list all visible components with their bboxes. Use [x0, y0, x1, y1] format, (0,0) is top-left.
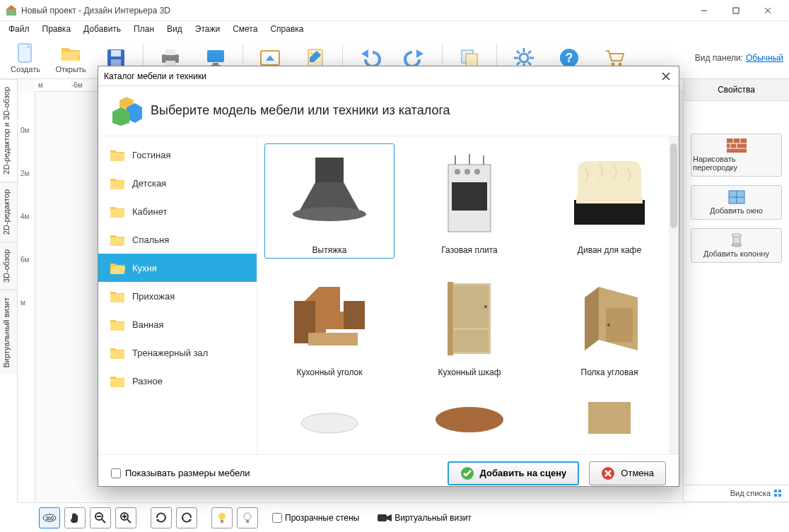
cancel-button[interactable]: Отмена: [589, 461, 666, 485]
bulb-on-icon: [216, 512, 228, 524]
menu-edit[interactable]: Правка: [37, 23, 77, 35]
category-прихожая[interactable]: Прихожая: [98, 282, 257, 310]
menu-add[interactable]: Добавить: [78, 23, 127, 35]
ruler-tick: м: [38, 81, 43, 89]
virtual-visit-button[interactable]: Виртуальный визит: [378, 513, 472, 523]
menu-estimate[interactable]: Смета: [227, 23, 263, 35]
pan-button[interactable]: [64, 507, 86, 528]
maximize-button[interactable]: [720, 0, 752, 21]
vtab-3d[interactable]: 3D-обзор: [0, 242, 17, 290]
svg-rect-9: [111, 50, 121, 57]
panel-mode-link[interactable]: Обычный: [746, 53, 783, 63]
catalog-item[interactable]: [264, 388, 394, 437]
transparent-walls-label: Прозрачные стены: [285, 513, 359, 523]
show-sizes-checkbox[interactable]: Показывать размеры мебели: [111, 468, 250, 478]
light-on-button[interactable]: [211, 507, 233, 528]
svg-line-34: [528, 51, 531, 54]
bulb-off-icon: [241, 512, 254, 524]
rotate-ccw-button[interactable]: [176, 507, 197, 528]
tool-open-label: Открыть: [55, 65, 86, 73]
category-label: Кухня: [132, 263, 157, 273]
panel-tab-properties[interactable]: Свойства: [684, 79, 789, 101]
svg-rect-71: [378, 514, 387, 521]
svg-point-51: [732, 244, 742, 247]
dialog-close-button[interactable]: [659, 69, 673, 83]
menu-view[interactable]: Вид: [161, 23, 188, 35]
item-label: Газовая плита: [441, 245, 497, 255]
rotate-360-icon: 360: [42, 512, 57, 524]
item-label: Кухонный шкаф: [438, 367, 501, 377]
catalog-item[interactable]: [404, 388, 534, 437]
menu-help[interactable]: Справка: [264, 23, 309, 35]
catalog-item[interactable]: Кухонный шкаф: [404, 266, 534, 381]
svg-point-50: [732, 234, 742, 237]
catalog-item[interactable]: Вытяжка: [264, 143, 394, 259]
category-спальня[interactable]: Спальня: [98, 225, 257, 254]
svg-point-26: [520, 54, 528, 62]
show-sizes-input[interactable]: [111, 468, 121, 478]
svg-text:?: ?: [566, 51, 573, 65]
dialog-footer: Показывать размеры мебели Добавить на сц…: [98, 454, 679, 491]
item-thumbnail: [276, 147, 382, 242]
app-icon: [6, 5, 17, 16]
zoom-in-icon: [119, 512, 132, 524]
vtab-2d3d[interactable]: 2D-редактор и 3D-обзор: [0, 79, 17, 182]
svg-line-59: [102, 519, 105, 523]
transparent-walls-input[interactable]: [272, 513, 282, 523]
close-button[interactable]: [752, 0, 783, 21]
category-кабинет[interactable]: Кабинет: [98, 197, 257, 225]
svg-rect-93: [308, 333, 358, 345]
category-тренажерный зал[interactable]: Тренажерный зал: [98, 338, 257, 367]
catalog-item[interactable]: Полка угловая: [544, 266, 674, 381]
menu-plan[interactable]: План: [128, 23, 160, 35]
light-off-button[interactable]: [237, 507, 258, 528]
vtab-2d[interactable]: 2D-редактор: [0, 182, 17, 242]
tool-open[interactable]: Открыть: [51, 42, 90, 73]
ruler-tick: -6м: [71, 81, 83, 89]
svg-marker-22: [361, 49, 368, 58]
svg-rect-78: [315, 158, 344, 182]
folder-open-icon: [59, 42, 82, 64]
svg-marker-72: [387, 514, 392, 521]
list-view-header[interactable]: Вид списка: [684, 485, 789, 502]
category-label: Разное: [132, 376, 163, 386]
svg-point-97: [484, 305, 487, 308]
catalog-item[interactable]: [544, 388, 674, 437]
svg-point-83: [455, 169, 460, 175]
zoom-in-button[interactable]: [115, 507, 136, 528]
scrollbar-thumb[interactable]: [670, 143, 677, 228]
minimize-button[interactable]: [688, 0, 720, 21]
list-view-label: Вид списка: [730, 489, 771, 497]
add-window-button[interactable]: Добавить окно: [691, 185, 782, 220]
svg-rect-10: [111, 59, 121, 66]
list-view-icon: [773, 488, 783, 498]
draw-partition-label: Нарисовать перегородку: [693, 155, 780, 172]
catalog-item[interactable]: Диван для кафе: [544, 143, 674, 259]
category-разное[interactable]: Разное: [98, 367, 257, 395]
tool-create[interactable]: Создать: [6, 42, 45, 73]
menu-file[interactable]: Файл: [3, 23, 35, 35]
category-ванная[interactable]: Ванная: [98, 310, 257, 338]
add-column-button[interactable]: Добавить колонну: [691, 228, 782, 263]
column-icon: [727, 233, 747, 247]
scrollbar-track[interactable]: [669, 136, 679, 454]
draw-partition-button[interactable]: Нарисовать перегородку: [691, 134, 782, 177]
catalog-item[interactable]: Газовая плита: [404, 143, 534, 259]
view-360-button[interactable]: 360: [39, 507, 60, 528]
zoom-out-button[interactable]: [90, 507, 111, 528]
svg-line-62: [127, 519, 131, 523]
svg-rect-96: [454, 330, 489, 352]
vtab-virtual[interactable]: Виртуальный визит: [0, 290, 17, 375]
add-to-scene-button[interactable]: Добавить на сцену: [448, 461, 580, 485]
brick-icon: [727, 138, 747, 153]
category-кухня[interactable]: Кухня: [98, 254, 257, 282]
menu-floors[interactable]: Этажи: [189, 23, 226, 35]
catalog-item[interactable]: Кухонный уголок: [264, 266, 394, 381]
rotate-cw-button[interactable]: [151, 507, 172, 528]
rotate-cw-icon: [155, 512, 168, 524]
hand-icon: [69, 512, 81, 524]
category-гостиная[interactable]: Гостиная: [98, 141, 257, 169]
transparent-walls-checkbox[interactable]: Прозрачные стены: [272, 513, 359, 523]
svg-rect-54: [774, 494, 777, 497]
category-детская[interactable]: Детская: [98, 169, 257, 197]
